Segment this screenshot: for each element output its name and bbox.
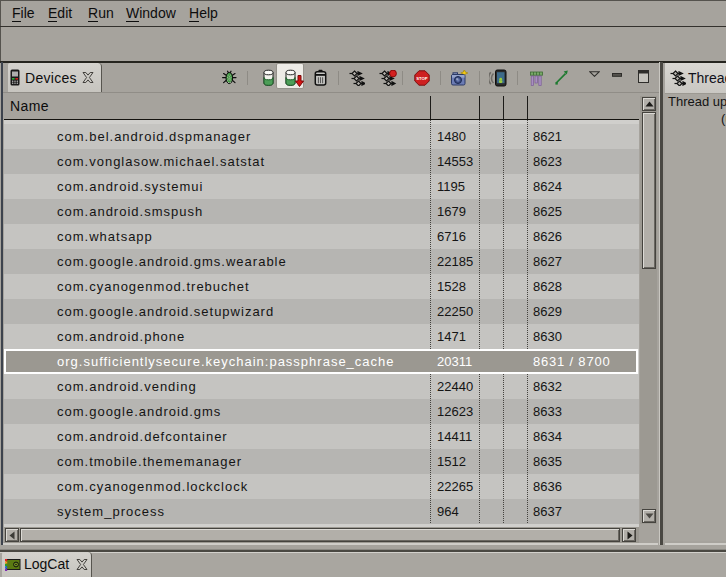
svg-text:STOP: STOP [416, 76, 428, 81]
